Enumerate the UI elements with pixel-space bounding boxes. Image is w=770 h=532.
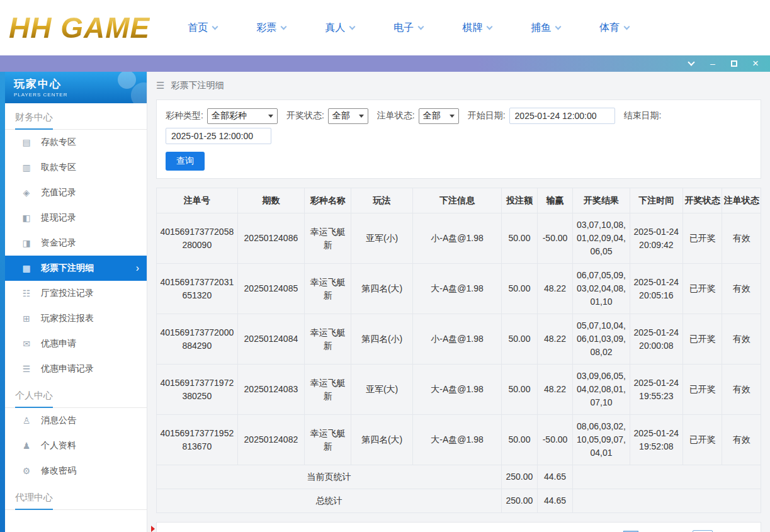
col-bet-amount: 投注额 — [502, 188, 538, 213]
nav-item-slots[interactable]: 电子 — [393, 21, 423, 35]
table-row[interactable]: 401569173772000884290 20250124084 幸运飞艇新 … — [157, 314, 761, 365]
sidebar-item-player-bet-report[interactable]: ⊞ 玩家投注报表 — [5, 306, 147, 331]
table-row[interactable]: 401569173771972380250 20250124083 幸运飞艇新 … — [157, 365, 761, 415]
sidebar-item-label: 消息公告 — [41, 415, 76, 426]
cell-play: 亚军(大) — [351, 365, 413, 415]
draw-status-label: 开奖状态: — [286, 110, 324, 122]
sidebar-item-label: 彩票下注明细 — [41, 263, 94, 274]
nav-item-home[interactable]: 首页 — [188, 21, 217, 35]
filter-panel: 彩种类型: 全部彩种 开奖状态: 全部 注单状态: 全部 开始日期: 结束日期: — [156, 99, 761, 179]
sidebar-item-promo-application-records[interactable]: ☰ 优惠申请记录 — [5, 356, 147, 382]
sidebar-item-withdraw-zone[interactable]: ▥ 取款专区 — [5, 155, 147, 180]
col-order-status: 注单状态 — [722, 188, 761, 213]
message-icon: ♙ — [21, 416, 31, 426]
password-icon: ⚙ — [21, 466, 31, 476]
sidebar-item-profile[interactable]: ♟ 个人资料 — [5, 433, 147, 458]
sidebar-item-withdrawal-records[interactable]: ◧ 提现记录 — [5, 205, 147, 230]
table-header-row: 注单号 期数 彩种名称 玩法 下注信息 投注额 输赢 开奖结果 下注时间 开奖状… — [157, 188, 761, 213]
nav-label: 首页 — [188, 21, 208, 35]
window-close-button[interactable]: × — [746, 57, 765, 71]
section-title-finance: 财务中心 — [5, 103, 147, 130]
nav-item-lottery[interactable]: 彩票 — [256, 21, 286, 35]
cell-draw-result: 03,07,10,08,01,02,09,04,06,05 — [573, 213, 630, 264]
window-maximize-button[interactable] — [725, 57, 744, 71]
end-date-input[interactable] — [166, 128, 271, 144]
sidebar-item-recharge-records[interactable]: ◈ 充值记录 — [5, 180, 147, 205]
table-row[interactable]: 401569173772031651320 20250124085 幸运飞艇新 … — [157, 264, 761, 314]
chevron-down-icon — [624, 23, 630, 30]
sidebar-item-change-password[interactable]: ⚙ 修改密码 — [5, 458, 147, 484]
total-summary-row: 总统计 250.00 44.65 — [157, 489, 761, 513]
cell-win-loss: 48.22 — [537, 264, 573, 314]
nav-item-sports[interactable]: 体育 — [599, 21, 629, 35]
chevron-down-icon — [555, 23, 562, 30]
sidebar-item-hall-bet-records[interactable]: ☷ 厅室投注记录 — [5, 281, 147, 306]
sidebar-item-messages[interactable]: ♙ 消息公告 — [5, 408, 147, 433]
cell-draw-result: 08,06,03,02,10,05,09,07,04,01 — [573, 415, 630, 465]
total-summary-label: 总统计 — [157, 489, 502, 513]
page-title: 彩票下注明细 — [171, 80, 224, 91]
col-bet-info: 下注信息 — [413, 188, 502, 213]
sidebar-item-label: 厅室投注记录 — [41, 288, 94, 299]
cell-bet-info: 小-A盘@1.98 — [413, 314, 502, 365]
sidebar-item-deposit-zone[interactable]: ▤ 存款专区 — [5, 130, 147, 155]
cell-order-id: 401569173771952813670 — [157, 415, 238, 465]
app-frame: 玩家中心 PLAYERS CENTER 财务中心 ▤ 存款专区 ▥ 取款专区 ◈… — [0, 72, 770, 532]
cell-bet-time: 2025-01-24 19:55:23 — [630, 365, 682, 415]
col-lottery-name: 彩种名称 — [305, 188, 351, 213]
cell-order-status: 有效 — [722, 415, 761, 465]
nav-item-fishing[interactable]: 捕鱼 — [531, 21, 560, 35]
start-date-label: 开始日期: — [468, 110, 506, 122]
col-draw-result: 开奖结果 — [573, 188, 630, 213]
window-collapse-button[interactable] — [682, 57, 701, 71]
cell-order-id: 401569173772000884290 — [157, 314, 238, 365]
left-edge-decoration — [0, 72, 5, 532]
draw-status-select[interactable]: 全部 — [328, 108, 368, 124]
breadcrumb: ☰ 彩票下注明细 — [156, 72, 761, 99]
draw-status-value: 全部 — [332, 110, 350, 122]
nav-label: 真人 — [325, 21, 345, 35]
cell-bet-info: 小-A盘@1.98 — [413, 213, 502, 264]
cell-period: 20250124086 — [237, 213, 305, 264]
sidebar-item-promo-application[interactable]: ✉ 优惠申请 — [5, 331, 147, 356]
col-draw-status: 开奖状态 — [683, 188, 722, 213]
cell-bet-info: 大-A盘@1.98 — [413, 415, 502, 465]
maximize-icon — [731, 60, 737, 67]
close-icon: × — [752, 57, 759, 70]
sidebar-item-lottery-bet-details[interactable]: ▦ 彩票下注明细 › — [5, 256, 147, 281]
cell-order-status: 有效 — [722, 365, 761, 415]
chevron-down-icon — [418, 23, 424, 30]
sidebar-item-label: 优惠申请记录 — [41, 363, 94, 375]
cell-bet-time: 2025-01-24 20:09:42 — [630, 213, 682, 264]
search-button[interactable]: 查询 — [166, 152, 205, 171]
nav-label: 捕鱼 — [531, 21, 551, 35]
minimize-icon: – — [710, 59, 715, 69]
end-date-label: 结束日期: — [624, 110, 662, 122]
site-header: HH GAME 首页 彩票 真人 电子 棋牌 捕鱼 体育 — [0, 0, 770, 55]
chevron-down-icon — [450, 115, 455, 118]
col-bet-time: 下注时间 — [630, 188, 682, 213]
section-title-personal: 个人中心 — [5, 382, 147, 408]
sidebar-subtitle: PLAYERS CENTER — [14, 92, 138, 98]
page-summary-winloss: 44.65 — [537, 465, 573, 489]
cell-order-id: 401569173772058280090 — [157, 213, 238, 264]
cell-play: 第四名(大) — [351, 415, 413, 465]
hamburger-icon[interactable]: ☰ — [156, 80, 164, 91]
sidebar-item-funds-records[interactable]: ◨ 资金记录 — [5, 230, 147, 256]
nav-item-live[interactable]: 真人 — [325, 21, 354, 35]
window-minimize-button[interactable]: – — [703, 57, 722, 71]
cell-lottery-name: 幸运飞艇新 — [305, 314, 351, 365]
sidebar-item-label: 充值记录 — [41, 187, 76, 198]
chevron-down-icon — [688, 59, 694, 65]
cell-draw-result: 05,07,10,04,06,01,03,09,08,02 — [573, 314, 630, 365]
col-period: 期数 — [237, 188, 305, 213]
table-row[interactable]: 401569173772058280090 20250124086 幸运飞艇新 … — [157, 213, 761, 264]
start-date-input[interactable] — [509, 108, 615, 124]
withdrawal-icon: ◧ — [21, 213, 31, 223]
col-play: 玩法 — [351, 188, 413, 213]
col-order-id: 注单号 — [157, 188, 238, 213]
order-status-select[interactable]: 全部 — [419, 108, 459, 124]
lottery-type-select[interactable]: 全部彩种 — [207, 108, 278, 124]
table-row[interactable]: 401569173771952813670 20250124082 幸运飞艇新 … — [157, 415, 761, 465]
nav-item-cards[interactable]: 棋牌 — [462, 21, 492, 35]
